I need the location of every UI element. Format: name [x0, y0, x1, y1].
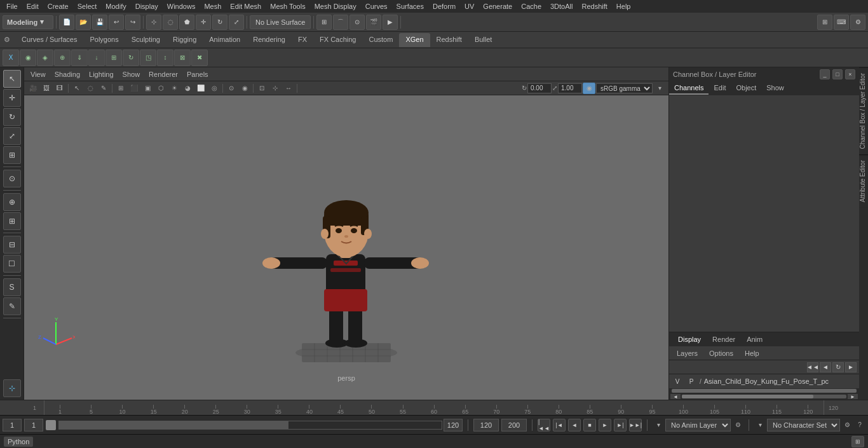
tab-animation[interactable]: Animation: [203, 33, 247, 47]
xgen-icon-3[interactable]: ◈: [37, 50, 53, 66]
menu-curves[interactable]: Curves: [362, 1, 391, 11]
tab-polygons[interactable]: Polygons: [83, 33, 125, 47]
render-btn[interactable]: 🎬: [366, 15, 381, 30]
xgen-icon-8[interactable]: ↻: [123, 50, 139, 66]
gamma-select[interactable]: sRGB gamma: [596, 83, 653, 93]
panel-close-x-btn[interactable]: ×: [845, 69, 855, 79]
frame-display-1[interactable]: [3, 419, 22, 431]
layers-prev-btn[interactable]: ◄◄: [807, 362, 818, 372]
vp-icon-select[interactable]: ↖: [71, 83, 83, 94]
paint-tool[interactable]: ✎: [3, 297, 21, 315]
panel-maximize-btn[interactable]: □: [832, 69, 843, 79]
vp-icon-iso[interactable]: ◎: [208, 83, 220, 94]
stop-btn[interactable]: ■: [583, 419, 596, 431]
cb-tab-object[interactable]: Object: [731, 82, 761, 95]
viewport-menu-renderer[interactable]: Renderer: [146, 69, 180, 79]
anim-layer-settings-icon[interactable]: ⚙: [732, 419, 743, 431]
xgen-icon-4[interactable]: ⊕: [54, 50, 71, 66]
viewport-menu-shading[interactable]: Shading: [52, 69, 83, 79]
menu-create[interactable]: Create: [44, 1, 72, 11]
vp-icon-cam[interactable]: 🎥: [27, 83, 39, 94]
vp-icon-snap-grid[interactable]: ⊡: [255, 83, 268, 94]
layers-tab-anim[interactable]: Anim: [742, 334, 768, 344]
menu-edit[interactable]: Edit: [23, 1, 43, 11]
vp-icon-lasso[interactable]: ◌: [84, 83, 97, 94]
menu-cache[interactable]: Cache: [517, 1, 545, 11]
menu-mesh-display[interactable]: Mesh Display: [311, 1, 360, 11]
viewport-menu-lighting[interactable]: Lighting: [86, 69, 116, 79]
viewport-menu-panels[interactable]: Panels: [184, 69, 211, 79]
rotate-input[interactable]: [527, 83, 552, 93]
vp-icon-tex[interactable]: ⬡: [154, 83, 167, 94]
char-set-dropdown[interactable]: No Character Set: [767, 419, 840, 431]
xgen-icon-2[interactable]: ◉: [20, 50, 36, 66]
xgen-icon-7[interactable]: ⊞: [105, 50, 122, 66]
scale-tool[interactable]: ⤢: [3, 127, 21, 145]
menu-mesh-tools[interactable]: Mesh Tools: [266, 1, 309, 11]
snap-curve-btn[interactable]: ⌒: [333, 15, 348, 30]
select-tool-btn[interactable]: ⊹: [146, 15, 161, 30]
vp-icon-img[interactable]: 🖼: [40, 83, 53, 94]
xgen-icon-11[interactable]: ⊠: [174, 50, 191, 66]
tab-fx[interactable]: FX: [292, 33, 313, 47]
anim-layer-dropdown[interactable]: No Anim Layer: [665, 419, 731, 431]
play-btn[interactable]: ►: [599, 419, 611, 431]
soft-select-tool[interactable]: ⊙: [3, 170, 21, 187]
layers-sub-options[interactable]: Options: [704, 348, 738, 358]
cb-tab-channels[interactable]: Channels: [669, 82, 709, 95]
marquee-tool[interactable]: ☐: [3, 255, 21, 273]
vp-icon-smooth[interactable]: ▣: [141, 83, 154, 94]
menu-modify[interactable]: Modify: [102, 1, 130, 11]
layers-sub-layers[interactable]: Layers: [672, 348, 703, 358]
menu-deform[interactable]: Deform: [429, 1, 459, 11]
component-tool[interactable]: ⊟: [3, 236, 21, 254]
panel-close-btn[interactable]: _: [820, 69, 830, 79]
xgen-icon-10[interactable]: ↕: [157, 50, 173, 66]
layers-tab-render[interactable]: Render: [707, 334, 740, 344]
ipr-btn[interactable]: ▶: [383, 15, 398, 30]
move-tool-btn[interactable]: ✛: [196, 15, 211, 30]
paint-select-btn[interactable]: ⬟: [179, 15, 194, 30]
tab-curves-surfaces[interactable]: Curves / Surfaces: [15, 33, 83, 47]
scroll-right-btn[interactable]: ►: [848, 394, 858, 399]
vp-icon-wireframe[interactable]: ⬛: [128, 83, 140, 94]
frame-range-track[interactable]: [58, 421, 442, 430]
vp-icon-xray[interactable]: ⬜: [194, 83, 207, 94]
python-panel-btn[interactable]: ⊞: [851, 436, 864, 447]
xgen-icon-9[interactable]: ◳: [140, 50, 156, 66]
scale-tool-btn[interactable]: ⤢: [229, 15, 244, 30]
menu-generate[interactable]: Generate: [479, 1, 516, 11]
vp-icon-snap-pt[interactable]: ⊹: [269, 83, 281, 94]
frame-display-2[interactable]: [24, 419, 43, 431]
snap-grid-btn[interactable]: ⊞: [316, 15, 332, 30]
tab-redshift[interactable]: Redshift: [430, 33, 468, 47]
char-set-help-icon[interactable]: ?: [854, 419, 865, 431]
tab-fx-caching[interactable]: FX Caching: [313, 33, 362, 47]
mode-dropdown[interactable]: Modeling ▾: [3, 15, 53, 29]
timeline-slider-thumb[interactable]: [46, 420, 56, 430]
layers-refresh-btn[interactable]: ↻: [832, 362, 844, 372]
menu-surfaces[interactable]: Surfaces: [393, 1, 428, 11]
layers-scrollbar[interactable]: [669, 388, 859, 393]
max-frame-input[interactable]: [501, 419, 527, 431]
vp-icon-more[interactable]: ▾: [653, 83, 666, 94]
select-tool[interactable]: ↖: [3, 70, 21, 88]
layer-row[interactable]: V P / Asian_Child_Boy_Kung_Fu_Pose_T_pc: [669, 374, 859, 388]
prev-frame-btn[interactable]: |◄: [553, 419, 566, 431]
rotate-tool-btn[interactable]: ↻: [212, 15, 227, 30]
tab-xgen[interactable]: XGen: [399, 33, 430, 47]
playback-end-input[interactable]: [473, 419, 499, 431]
menu-edit-mesh[interactable]: Edit Mesh: [226, 1, 265, 11]
transform-tool[interactable]: ⊞: [3, 146, 21, 164]
scale-input[interactable]: [558, 83, 582, 93]
vp-icon-shadow[interactable]: ◕: [181, 83, 194, 94]
next-frame-btn[interactable]: ►|: [614, 419, 627, 431]
menu-mesh[interactable]: Mesh: [200, 1, 225, 11]
tab-settings-icon[interactable]: ⚙: [1, 34, 13, 46]
prev-key-btn[interactable]: |◄◄: [538, 419, 550, 431]
python-input[interactable]: [36, 438, 849, 445]
menu-display[interactable]: Display: [132, 1, 162, 11]
char-set-settings-icon[interactable]: ⚙: [841, 419, 853, 431]
lasso-tool-btn[interactable]: ◌: [163, 15, 178, 30]
menu-3dtoall[interactable]: 3DtoAll: [546, 1, 576, 11]
